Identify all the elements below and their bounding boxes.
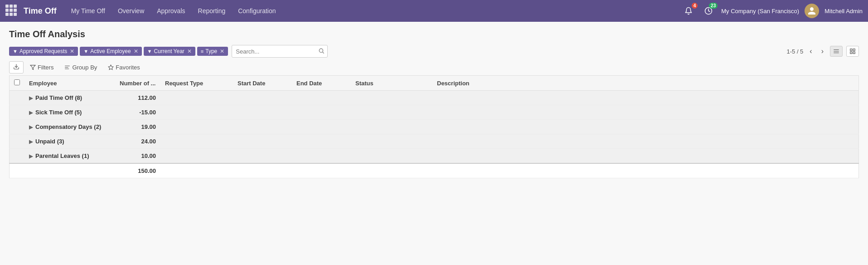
group-label: ▶Paid Time Off (8) bbox=[24, 91, 115, 105]
grid-view-button[interactable] bbox=[846, 46, 859, 57]
page-title: Time Off Analysis bbox=[9, 29, 859, 39]
nav-reporting[interactable]: Reporting bbox=[193, 5, 231, 17]
data-table: Employee Number of ... Request Type Star… bbox=[9, 75, 859, 178]
table-total-row: 150.00 bbox=[10, 163, 859, 178]
th-end-date[interactable]: End Date bbox=[292, 76, 351, 91]
th-employee[interactable]: Employee bbox=[24, 76, 115, 91]
filter-tag-label-2: Active Employee bbox=[90, 48, 131, 54]
group-value: 10.00 bbox=[115, 149, 160, 164]
grid-menu-icon[interactable] bbox=[5, 5, 18, 17]
group-label: ▶Sick Time Off (5) bbox=[24, 105, 115, 120]
th-start-date[interactable]: Start Date bbox=[233, 76, 292, 91]
th-checkbox bbox=[10, 76, 25, 91]
table-row[interactable]: ▶Compensatory Days (2) 19.00 bbox=[10, 120, 859, 134]
svg-line-2 bbox=[323, 52, 324, 53]
filters-button[interactable]: Filters bbox=[25, 62, 58, 73]
group-value: -15.00 bbox=[115, 105, 160, 120]
group-by-label: Group By bbox=[72, 64, 97, 71]
group-value: 19.00 bbox=[115, 120, 160, 134]
clock-badge: 23 bbox=[709, 3, 718, 9]
filter-tag-active-employee: ▼ Active Employee ✕ bbox=[80, 47, 141, 56]
filter-tag-close-year[interactable]: ✕ bbox=[187, 48, 192, 54]
company-name: My Company (San Francisco) bbox=[721, 8, 799, 15]
table-header-row: Employee Number of ... Request Type Star… bbox=[10, 76, 859, 91]
group-label: ▶Parental Leaves (1) bbox=[24, 149, 115, 164]
chevron-right-icon: ▶ bbox=[29, 153, 33, 159]
table-row[interactable]: ▶Unpaid (3) 24.00 bbox=[10, 134, 859, 149]
chevron-right-icon: ▶ bbox=[29, 95, 33, 101]
group-checkbox-cell bbox=[10, 134, 25, 149]
filter-tag-close-approved[interactable]: ✕ bbox=[70, 48, 74, 54]
svg-rect-6 bbox=[850, 49, 852, 51]
chevron-right-icon: ▶ bbox=[29, 124, 33, 130]
group-checkbox-cell bbox=[10, 120, 25, 134]
total-value: 150.00 bbox=[115, 163, 160, 178]
select-all-checkbox[interactable] bbox=[14, 79, 20, 85]
group-label: ▶Unpaid (3) bbox=[24, 134, 115, 149]
th-description[interactable]: Description bbox=[432, 76, 859, 91]
filter-tag-current-year: ▼ Current Year ✕ bbox=[144, 47, 195, 56]
th-request-type[interactable]: Request Type bbox=[160, 76, 233, 91]
user-name[interactable]: Mitchell Admin bbox=[824, 8, 863, 15]
page-content: Time Off Analysis ▼ Approved Requests ✕ … bbox=[0, 22, 868, 186]
filter-tag-close-type[interactable]: ✕ bbox=[220, 48, 224, 54]
pagination-prev-button[interactable]: ‹ bbox=[807, 46, 815, 56]
group-label: ▶Compensatory Days (2) bbox=[24, 120, 115, 134]
group-value: 24.00 bbox=[115, 134, 160, 149]
filter-tag-type: ≡ Type ✕ bbox=[197, 47, 228, 56]
table-row[interactable]: ▶Paid Time Off (8) 112.00 bbox=[10, 91, 859, 105]
svg-marker-15 bbox=[108, 65, 113, 69]
chevron-right-icon: ▶ bbox=[29, 139, 33, 144]
group-checkbox-cell bbox=[10, 91, 25, 105]
pagination-next-button[interactable]: › bbox=[819, 46, 826, 56]
topnav-right: 4 23 My Company (San Francisco) Mitchell… bbox=[681, 4, 863, 18]
sub-toolbar: Filters Group By Favorites bbox=[9, 61, 859, 74]
filter-tag-label-4: Type bbox=[205, 48, 217, 54]
filter-icon-4: ≡ bbox=[201, 49, 204, 54]
filter-tag-close-active[interactable]: ✕ bbox=[134, 48, 138, 54]
user-avatar[interactable] bbox=[805, 4, 819, 18]
nav-overview[interactable]: Overview bbox=[112, 5, 150, 17]
svg-rect-9 bbox=[853, 52, 855, 54]
nav-my-time-off[interactable]: My Time Off bbox=[66, 5, 111, 17]
filter-tag-label-3: Current Year bbox=[154, 48, 184, 54]
group-by-button[interactable]: Group By bbox=[60, 62, 102, 73]
svg-rect-7 bbox=[853, 49, 855, 51]
pagination-info: 1-5 / 5 bbox=[786, 48, 803, 55]
search-input[interactable] bbox=[232, 48, 315, 55]
nav-configuration[interactable]: Configuration bbox=[233, 5, 281, 17]
toolbar-right: 1-5 / 5 ‹ › bbox=[786, 46, 859, 57]
nav-approvals[interactable]: Approvals bbox=[151, 5, 190, 17]
svg-marker-11 bbox=[30, 65, 35, 70]
search-bar bbox=[232, 45, 328, 58]
filter-icon-2: ▼ bbox=[83, 49, 88, 54]
table-row[interactable]: ▶Sick Time Off (5) -15.00 bbox=[10, 105, 859, 120]
filter-tag-label: Approved Requests bbox=[19, 48, 67, 54]
filter-tags: ▼ Approved Requests ✕ ▼ Active Employee … bbox=[9, 47, 228, 56]
bell-badge: 4 bbox=[692, 3, 698, 9]
toolbar-left: ▼ Approved Requests ✕ ▼ Active Employee … bbox=[9, 45, 783, 58]
notification-bell-button[interactable]: 4 bbox=[681, 4, 696, 18]
group-value: 112.00 bbox=[115, 91, 160, 105]
svg-rect-8 bbox=[850, 52, 852, 54]
app-title: Time Off bbox=[24, 6, 57, 16]
main-toolbar: ▼ Approved Requests ✕ ▼ Active Employee … bbox=[9, 45, 859, 58]
filters-label: Filters bbox=[38, 64, 53, 71]
notification-clock-button[interactable]: 23 bbox=[701, 4, 716, 18]
favorites-button[interactable]: Favorites bbox=[103, 62, 144, 73]
filter-tag-approved-requests: ▼ Approved Requests ✕ bbox=[9, 47, 78, 56]
th-number[interactable]: Number of ... bbox=[115, 76, 160, 91]
group-checkbox-cell bbox=[10, 105, 25, 120]
top-navigation: Time Off My Time Off Overview Approvals … bbox=[0, 0, 868, 22]
filter-icon: ▼ bbox=[13, 49, 18, 54]
chevron-right-icon: ▶ bbox=[29, 110, 33, 115]
download-button[interactable] bbox=[9, 61, 24, 74]
favorites-label: Favorites bbox=[116, 64, 140, 71]
search-icon[interactable] bbox=[315, 48, 327, 55]
list-view-button[interactable] bbox=[830, 46, 843, 57]
filter-icon-3: ▼ bbox=[147, 49, 152, 54]
th-status[interactable]: Status bbox=[351, 76, 432, 91]
table-row[interactable]: ▶Parental Leaves (1) 10.00 bbox=[10, 149, 859, 164]
group-checkbox-cell bbox=[10, 149, 25, 164]
